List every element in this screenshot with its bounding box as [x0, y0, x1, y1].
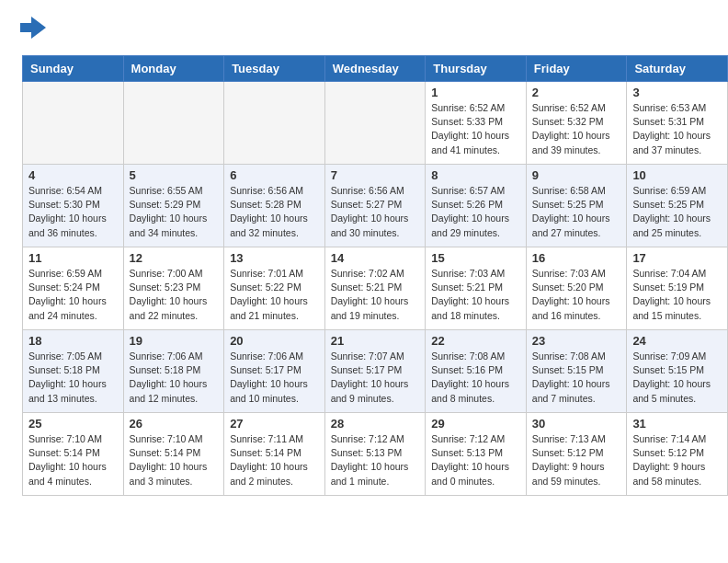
day-number: 20 — [230, 334, 319, 348]
day-info: Sunrise: 7:12 AM Sunset: 5:13 PM Dayligh… — [331, 432, 420, 488]
calendar-week-row: 25 Sunrise: 7:10 AM Sunset: 5:14 PM Dayl… — [23, 413, 728, 496]
day-info: Sunrise: 6:57 AM Sunset: 5:26 PM Dayligh… — [431, 184, 520, 240]
day-info: Sunrise: 6:59 AM Sunset: 5:24 PM Dayligh… — [28, 267, 118, 323]
day-info: Sunrise: 6:52 AM Sunset: 5:33 PM Dayligh… — [431, 101, 520, 157]
calendar-week-row: 18 Sunrise: 7:05 AM Sunset: 5:18 PM Dayl… — [23, 330, 728, 413]
table-row: 17 Sunrise: 7:04 AM Sunset: 5:19 PM Dayl… — [627, 247, 728, 330]
day-number: 16 — [532, 251, 621, 265]
day-number: 28 — [331, 417, 420, 431]
day-number: 27 — [230, 417, 319, 431]
day-info: Sunrise: 6:53 AM Sunset: 5:31 PM Dayligh… — [632, 101, 722, 157]
day-number: 1 — [431, 86, 520, 99]
day-number: 7 — [331, 168, 420, 182]
table-row: 13 Sunrise: 7:01 AM Sunset: 5:22 PM Dayl… — [224, 247, 325, 330]
day-info: Sunrise: 6:55 AM Sunset: 5:29 PM Dayligh… — [130, 184, 219, 240]
table-row: 16 Sunrise: 7:03 AM Sunset: 5:20 PM Dayl… — [526, 247, 627, 330]
day-info: Sunrise: 7:12 AM Sunset: 5:13 PM Dayligh… — [431, 432, 520, 488]
day-info: Sunrise: 7:01 AM Sunset: 5:22 PM Dayligh… — [230, 267, 319, 323]
table-row: 2 Sunrise: 6:52 AM Sunset: 5:32 PM Dayli… — [526, 82, 627, 165]
table-row: 26 Sunrise: 7:10 AM Sunset: 5:14 PM Dayl… — [123, 413, 224, 496]
table-row: 10 Sunrise: 6:59 AM Sunset: 5:25 PM Dayl… — [627, 165, 728, 247]
logo-icon — [11, 9, 48, 46]
calendar-week-row: 4 Sunrise: 6:54 AM Sunset: 5:30 PM Dayli… — [23, 165, 728, 247]
table-row: 6 Sunrise: 6:56 AM Sunset: 5:28 PM Dayli… — [224, 165, 325, 247]
table-row: 15 Sunrise: 7:03 AM Sunset: 5:21 PM Dayl… — [426, 247, 527, 330]
day-number: 25 — [28, 417, 118, 431]
table-row — [324, 82, 426, 165]
day-info: Sunrise: 7:02 AM Sunset: 5:21 PM Dayligh… — [331, 267, 420, 323]
day-info: Sunrise: 7:06 AM Sunset: 5:18 PM Dayligh… — [130, 350, 219, 406]
day-info: Sunrise: 7:13 AM Sunset: 5:12 PM Dayligh… — [532, 432, 621, 488]
day-number: 10 — [632, 168, 722, 182]
day-number: 17 — [632, 251, 722, 265]
table-row — [123, 82, 224, 165]
table-row: 19 Sunrise: 7:06 AM Sunset: 5:18 PM Dayl… — [123, 330, 224, 413]
day-number: 31 — [632, 417, 722, 431]
table-row: 3 Sunrise: 6:53 AM Sunset: 5:31 PM Dayli… — [627, 82, 728, 165]
day-info: Sunrise: 7:09 AM Sunset: 5:15 PM Dayligh… — [632, 350, 722, 406]
col-friday: Friday — [526, 56, 627, 82]
day-number: 22 — [431, 334, 520, 348]
day-number: 24 — [632, 334, 722, 348]
table-row: 22 Sunrise: 7:08 AM Sunset: 5:16 PM Dayl… — [426, 330, 527, 413]
day-number: 2 — [532, 86, 621, 99]
day-number: 4 — [28, 168, 118, 182]
table-row: 1 Sunrise: 6:52 AM Sunset: 5:33 PM Dayli… — [426, 82, 527, 165]
table-row: 5 Sunrise: 6:55 AM Sunset: 5:29 PM Dayli… — [123, 165, 224, 247]
table-row: 31 Sunrise: 7:14 AM Sunset: 5:12 PM Dayl… — [627, 413, 728, 496]
table-row: 24 Sunrise: 7:09 AM Sunset: 5:15 PM Dayl… — [627, 330, 728, 413]
table-row: 20 Sunrise: 7:06 AM Sunset: 5:17 PM Dayl… — [224, 330, 325, 413]
day-info: Sunrise: 7:14 AM Sunset: 5:12 PM Dayligh… — [632, 432, 722, 488]
day-info: Sunrise: 7:10 AM Sunset: 5:14 PM Dayligh… — [130, 432, 219, 488]
table-row: 18 Sunrise: 7:05 AM Sunset: 5:18 PM Dayl… — [23, 330, 124, 413]
day-info: Sunrise: 6:56 AM Sunset: 5:28 PM Dayligh… — [230, 184, 319, 240]
day-info: Sunrise: 7:08 AM Sunset: 5:15 PM Dayligh… — [532, 350, 621, 406]
day-info: Sunrise: 6:54 AM Sunset: 5:30 PM Dayligh… — [28, 184, 118, 240]
table-row: 7 Sunrise: 6:56 AM Sunset: 5:27 PM Dayli… — [324, 165, 426, 247]
day-number: 30 — [532, 417, 621, 431]
day-number: 6 — [230, 168, 319, 182]
col-sunday: Sunday — [23, 56, 124, 82]
calendar-header-row: Sunday Monday Tuesday Wednesday Thursday… — [23, 56, 728, 82]
col-wednesday: Wednesday — [324, 56, 426, 82]
table-row: 21 Sunrise: 7:07 AM Sunset: 5:17 PM Dayl… — [324, 330, 426, 413]
table-row: 23 Sunrise: 7:08 AM Sunset: 5:15 PM Dayl… — [526, 330, 627, 413]
logo — [11, 9, 51, 46]
day-info: Sunrise: 6:52 AM Sunset: 5:32 PM Dayligh… — [532, 101, 621, 157]
day-number: 9 — [532, 168, 621, 182]
day-number: 5 — [130, 168, 219, 182]
day-info: Sunrise: 7:08 AM Sunset: 5:16 PM Dayligh… — [431, 350, 520, 406]
calendar-week-row: 1 Sunrise: 6:52 AM Sunset: 5:33 PM Dayli… — [23, 82, 728, 165]
day-info: Sunrise: 7:11 AM Sunset: 5:14 PM Dayligh… — [230, 432, 319, 488]
day-number: 29 — [431, 417, 520, 431]
table-row: 4 Sunrise: 6:54 AM Sunset: 5:30 PM Dayli… — [23, 165, 124, 247]
day-number: 13 — [230, 251, 319, 265]
table-row: 29 Sunrise: 7:12 AM Sunset: 5:13 PM Dayl… — [426, 413, 527, 496]
day-info: Sunrise: 7:07 AM Sunset: 5:17 PM Dayligh… — [331, 350, 420, 406]
day-number: 19 — [130, 334, 219, 348]
table-row: 28 Sunrise: 7:12 AM Sunset: 5:13 PM Dayl… — [324, 413, 426, 496]
day-info: Sunrise: 7:03 AM Sunset: 5:20 PM Dayligh… — [532, 267, 621, 323]
table-row: 9 Sunrise: 6:58 AM Sunset: 5:25 PM Dayli… — [526, 165, 627, 247]
day-info: Sunrise: 6:59 AM Sunset: 5:25 PM Dayligh… — [632, 184, 722, 240]
table-row: 11 Sunrise: 6:59 AM Sunset: 5:24 PM Dayl… — [23, 247, 124, 330]
day-info: Sunrise: 7:05 AM Sunset: 5:18 PM Dayligh… — [28, 350, 118, 406]
table-row: 14 Sunrise: 7:02 AM Sunset: 5:21 PM Dayl… — [324, 247, 426, 330]
calendar-week-row: 11 Sunrise: 6:59 AM Sunset: 5:24 PM Dayl… — [23, 247, 728, 330]
day-info: Sunrise: 6:56 AM Sunset: 5:27 PM Dayligh… — [331, 184, 420, 240]
day-number: 12 — [130, 251, 219, 265]
day-info: Sunrise: 7:04 AM Sunset: 5:19 PM Dayligh… — [632, 267, 722, 323]
day-number: 8 — [431, 168, 520, 182]
table-row: 27 Sunrise: 7:11 AM Sunset: 5:14 PM Dayl… — [224, 413, 325, 496]
table-row: 8 Sunrise: 6:57 AM Sunset: 5:26 PM Dayli… — [426, 165, 527, 247]
day-number: 3 — [632, 86, 722, 99]
table-row: 30 Sunrise: 7:13 AM Sunset: 5:12 PM Dayl… — [526, 413, 627, 496]
table-row — [224, 82, 325, 165]
day-info: Sunrise: 7:03 AM Sunset: 5:21 PM Dayligh… — [431, 267, 520, 323]
day-number: 26 — [130, 417, 219, 431]
day-number: 15 — [431, 251, 520, 265]
day-number: 21 — [331, 334, 420, 348]
day-number: 14 — [331, 251, 420, 265]
table-row: 25 Sunrise: 7:10 AM Sunset: 5:14 PM Dayl… — [23, 413, 124, 496]
col-saturday: Saturday — [627, 56, 728, 82]
